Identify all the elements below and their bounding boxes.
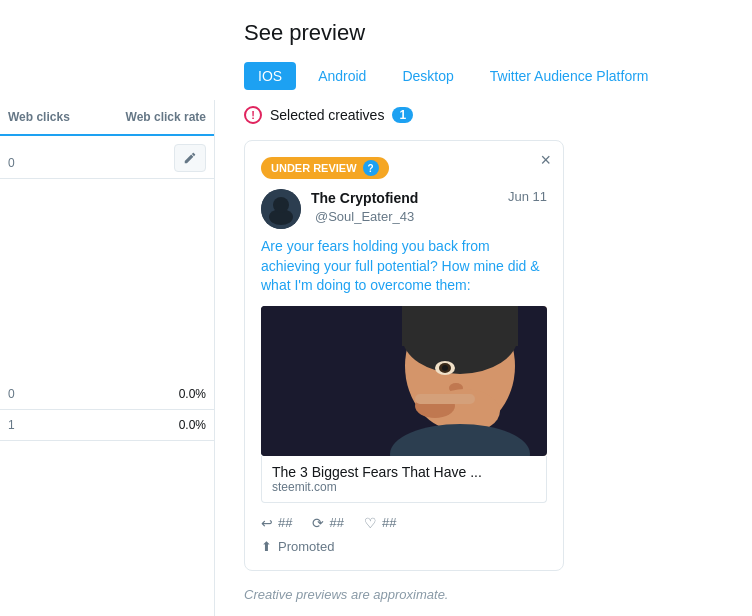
retweet-count: ##: [329, 515, 343, 530]
row2-col2: 0.0%: [107, 387, 206, 401]
tweet-text: Are your fears holding you back from ach…: [261, 237, 547, 296]
svg-rect-6: [402, 306, 518, 346]
avatar: [261, 189, 301, 229]
under-review-label: UNDER REVIEW: [271, 162, 357, 174]
promoted-icon: ⬆: [261, 539, 272, 554]
caption-text: Creative previews are approximate.: [244, 587, 728, 602]
web-clicks-col: Web clicks: [0, 100, 107, 134]
tweet-image: [261, 306, 547, 456]
retweet-icon: ⟳: [312, 515, 324, 531]
preview-panel: See preview IOS Android Desktop Twitter …: [220, 0, 752, 616]
tab-tap[interactable]: Twitter Audience Platform: [476, 62, 663, 90]
row3-col2: 0.0%: [107, 418, 206, 432]
row2-col1: 0: [8, 387, 107, 401]
selected-creatives-label: Selected creatives: [270, 107, 384, 123]
promoted-row: ⬆ Promoted: [261, 539, 547, 554]
table-header: Web clicks Web click rate: [0, 100, 214, 136]
table-row: 0 0.0%: [0, 379, 214, 410]
table-panel: Web clicks Web click rate 0 0.0% 0 0.0% …: [0, 100, 215, 616]
reply-count: ##: [278, 515, 292, 530]
reply-icon: ↩: [261, 515, 273, 531]
web-click-rate-col: Web click rate: [107, 100, 214, 134]
like-action[interactable]: ♡ ##: [364, 515, 396, 531]
close-button[interactable]: ×: [540, 151, 551, 169]
table-row: 1 0.0%: [0, 410, 214, 441]
edit-button[interactable]: [174, 144, 206, 172]
retweet-action[interactable]: ⟳ ##: [312, 515, 343, 531]
tweet-link-preview[interactable]: The 3 Biggest Fears That Have ... steemi…: [261, 456, 547, 503]
tweet-user-info: The Cryptofiend @Soul_Eater_43: [311, 189, 498, 225]
tweet-date: Jun 11: [508, 189, 547, 204]
svg-point-9: [442, 365, 448, 371]
help-icon[interactable]: ?: [363, 160, 379, 176]
selected-creatives-row: ! Selected creatives 1: [244, 106, 728, 124]
tweet-user-name: The Cryptofiend @Soul_Eater_43: [311, 189, 498, 225]
row1-col1: 0: [8, 156, 107, 170]
svg-rect-13: [415, 394, 475, 404]
like-count: ##: [382, 515, 396, 530]
platform-tabs: IOS Android Desktop Twitter Audience Pla…: [244, 62, 728, 90]
tweet-actions: ↩ ## ⟳ ## ♡ ##: [261, 515, 547, 531]
tab-android[interactable]: Android: [304, 62, 380, 90]
reply-action[interactable]: ↩ ##: [261, 515, 292, 531]
like-icon: ♡: [364, 515, 377, 531]
svg-point-2: [273, 197, 289, 213]
info-icon: !: [244, 106, 262, 124]
edit-icon: [183, 151, 197, 165]
tweet-handle: @Soul_Eater_43: [315, 209, 414, 224]
creatives-count-badge: 1: [392, 107, 413, 123]
row3-col1: 1: [8, 418, 107, 432]
link-title: The 3 Biggest Fears That Have ...: [272, 464, 536, 480]
tab-ios[interactable]: IOS: [244, 62, 296, 90]
tab-desktop[interactable]: Desktop: [388, 62, 467, 90]
tweet-header: The Cryptofiend @Soul_Eater_43 Jun 11: [261, 189, 547, 229]
promoted-label: Promoted: [278, 539, 334, 554]
link-domain: steemit.com: [272, 480, 536, 494]
under-review-badge: UNDER REVIEW ?: [261, 157, 547, 189]
tweet-card: × UNDER REVIEW ? The: [244, 140, 564, 571]
section-title: See preview: [244, 20, 728, 46]
